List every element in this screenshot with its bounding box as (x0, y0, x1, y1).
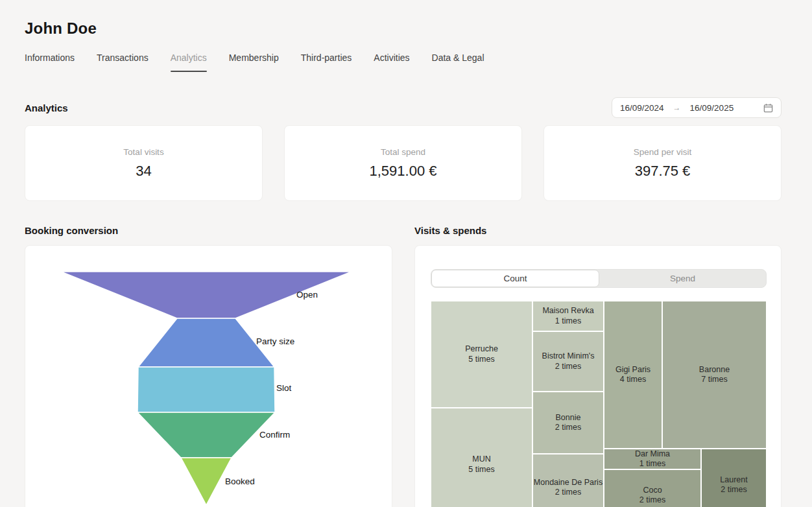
stat-card-total-visits: Total visits 34 (25, 125, 263, 201)
date-range-picker[interactable]: 16/09/2024 → 16/09/2025 (612, 97, 782, 118)
treemap-cell-maison-revka[interactable]: Maison Revka1 times (532, 301, 604, 331)
funnel-stage-label: Booked (225, 477, 255, 486)
tab-third-parties[interactable]: Third-parties (301, 53, 352, 72)
treemap-cell-coco[interactable]: Coco2 times (604, 469, 701, 507)
treemap-cell-name: Bonnie (556, 413, 581, 423)
stat-value: 397.75 € (635, 163, 691, 180)
treemap-cell-name: Maison Revka (542, 306, 593, 316)
stat-card-spend-per-visit: Spend per visit 397.75 € (543, 125, 782, 201)
treemap-cell-name: Gigi Paris (615, 365, 651, 375)
visits-spends-heading: Visits & spends (414, 225, 486, 236)
treemap-cell-name: Baronne (699, 365, 730, 375)
visits-spends-card: Count Spend Perruche5 timesMUN5 timesMai… (414, 245, 782, 507)
stat-value: 1,591.00 € (370, 163, 437, 180)
tab-data-legal[interactable]: Data & Legal (432, 53, 484, 72)
funnel-chart: OpenParty sizeSlotConfirmBooked (25, 246, 392, 507)
date-range-arrow-icon: → (673, 103, 681, 112)
treemap-cell-count: 2 times (639, 495, 665, 505)
funnel-stage-label: Confirm (259, 430, 290, 440)
funnel-stage-party-size (138, 318, 274, 367)
treemap-cell-name: Mondaine De Paris (534, 478, 603, 488)
date-range-end[interactable]: 16/09/2025 (690, 103, 734, 113)
treemap-chart: Perruche5 timesMUN5 timesMaison Revka1 t… (431, 301, 767, 507)
funnel-stage-confirm (137, 412, 275, 458)
count-spend-toggle: Count Spend (431, 269, 767, 288)
treemap-cell-count: 5 times (468, 465, 494, 475)
stat-value: 34 (136, 163, 151, 180)
treemap-cell-count: 2 times (555, 488, 581, 497)
tab-transactions[interactable]: Transactions (97, 53, 149, 72)
treemap-cell-count: 1 times (639, 459, 665, 469)
treemap-cell-bistrot-minim-s[interactable]: Bistrot Minim's2 times (532, 331, 604, 392)
toggle-spend[interactable]: Spend (599, 270, 766, 287)
funnel-stage-label: Party size (256, 336, 294, 346)
treemap-cell-dar-mima[interactable]: Dar Mima1 times (604, 449, 701, 469)
treemap-cell-mondaine-de-paris[interactable]: Mondaine De Paris2 times (532, 454, 604, 507)
treemap-cell-baronne[interactable]: Baronne7 times (662, 301, 767, 449)
treemap-cell-count: 5 times (468, 355, 494, 364)
booking-conversion-heading: Booking conversion (25, 225, 118, 236)
treemap-cell-bonnie[interactable]: Bonnie2 times (532, 392, 604, 454)
treemap-cell-count: 2 times (721, 485, 746, 495)
treemap-cell-name: Laurent (720, 475, 747, 485)
tab-informations[interactable]: Informations (25, 53, 75, 72)
date-range-start[interactable]: 16/09/2024 (620, 103, 664, 113)
analytics-header: Analytics 16/09/2024 → 16/09/2025 (25, 97, 782, 118)
tab-analytics[interactable]: Analytics (171, 53, 207, 72)
treemap-cell-name: Coco (643, 486, 662, 495)
treemap-cell-gigi-paris[interactable]: Gigi Paris4 times (604, 301, 662, 449)
tab-membership[interactable]: Membership (229, 53, 279, 72)
treemap-cell-count: 1 times (555, 316, 581, 326)
page-title: John Doe (25, 19, 97, 38)
treemap-cell-mun[interactable]: MUN5 times (431, 408, 532, 507)
booking-conversion-card: OpenParty sizeSlotConfirmBooked (25, 245, 392, 507)
treemap-cell-count: 7 times (701, 375, 727, 384)
tab-activities[interactable]: Activities (374, 53, 409, 72)
treemap-cell-perruche[interactable]: Perruche5 times (431, 301, 532, 408)
funnel-stage-label: Slot (276, 383, 292, 393)
calendar-icon[interactable] (763, 103, 773, 113)
stat-label: Spend per visit (634, 147, 691, 157)
customer-profile-page: John Doe Informations Transactions Analy… (0, 0, 812, 507)
treemap-cell-count: 4 times (620, 375, 646, 384)
stat-card-total-spend: Total spend 1,591.00 € (284, 125, 522, 201)
funnel-stage-slot (137, 367, 275, 412)
stat-label: Total spend (381, 147, 425, 157)
analytics-heading: Analytics (25, 102, 68, 113)
treemap-cell-name: Dar Mima (635, 449, 670, 459)
tab-bar: Informations Transactions Analytics Memb… (25, 53, 484, 72)
stats-row: Total visits 34 Total spend 1,591.00 € S… (25, 125, 782, 201)
stat-label: Total visits (123, 147, 163, 157)
treemap-cell-laurent[interactable]: Laurent2 times (701, 449, 767, 507)
treemap-cell-name: MUN (472, 454, 490, 464)
treemap-cell-count: 2 times (555, 423, 581, 432)
funnel-stage-label: Open (296, 290, 318, 300)
treemap-cell-count: 2 times (555, 362, 581, 371)
treemap-cell-name: Bistrot Minim's (542, 351, 595, 361)
toggle-count[interactable]: Count (431, 270, 599, 287)
treemap-cell-name: Perruche (465, 344, 498, 354)
funnel-stage-booked (181, 458, 232, 505)
